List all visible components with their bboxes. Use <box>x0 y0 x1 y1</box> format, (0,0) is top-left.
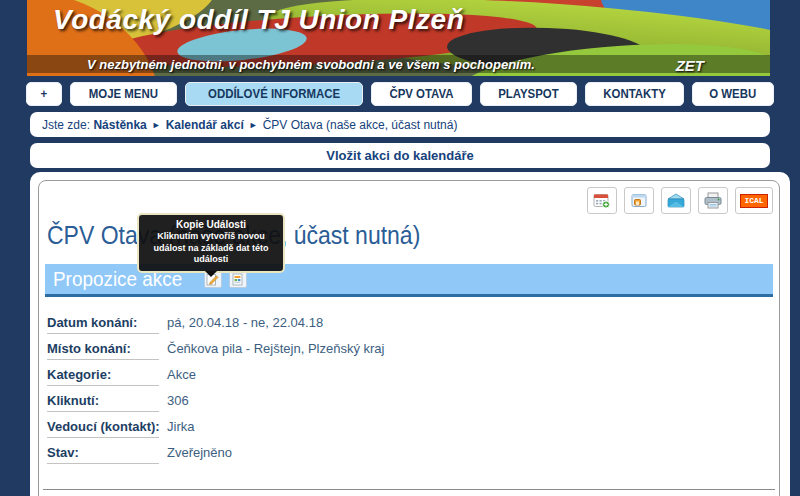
copy-event-tooltip: Kopie Události Kliknutím vytvoříš novou … <box>137 213 285 273</box>
nav-item-playspot[interactable]: PLAYSPOT <box>480 82 577 106</box>
field-value: Zveřejněno <box>167 445 232 460</box>
site-title: Vodácký oddíl TJ Union Plzeň <box>53 4 464 36</box>
detail-row-datum-konani: Datum konání: pá, 20.04.18 - ne, 22.04.1… <box>47 315 773 341</box>
breadcrumb: Jste zde: Nástěnka ► Kalendář akcí ► ČPV… <box>30 112 770 137</box>
webpage-icon <box>630 193 648 209</box>
field-label: Kategorie: <box>47 367 167 382</box>
nav-item-label: KONTAKTY <box>603 86 666 102</box>
copy-icon <box>231 273 244 286</box>
field-value: pá, 20.04.18 - ne, 22.04.18 <box>167 315 323 330</box>
field-label: Stav: <box>47 445 167 460</box>
breadcrumb-link-kalendar-akci[interactable]: Kalendář akcí <box>166 118 244 132</box>
email-button[interactable] <box>661 187 691 214</box>
email-icon <box>666 193 686 208</box>
webpage-button[interactable] <box>624 187 654 214</box>
breadcrumb-link-nastenka[interactable]: Nástěnka <box>93 118 146 132</box>
insert-event-label: Vložit akci do kalendáře <box>326 148 473 163</box>
nav-item-label: MOJE MENU <box>89 86 158 102</box>
tooltip-arrow-icon <box>205 271 217 283</box>
breadcrumb-current: ČPV Otava (naše akce, účast nutná) <box>263 118 458 132</box>
card-divider <box>43 489 775 490</box>
breadcrumb-prefix: Jste zde: <box>42 118 90 132</box>
nav-item-kontakty[interactable]: KONTAKTY <box>585 82 684 106</box>
detail-row-kliknuti: Kliknutí: 306 <box>47 393 773 419</box>
main-nav: + MOJE MENU ODDÍLOVÉ INFORMACE ČPV OTAVA… <box>0 82 800 106</box>
copy-event-button[interactable] <box>229 271 247 288</box>
nav-item-o-webu[interactable]: O WEBU <box>692 82 773 106</box>
field-value: Čeňkova pila - Rejštejn, Plzeňský kraj <box>167 341 384 356</box>
field-label: Datum konání: <box>47 315 167 330</box>
detail-row-stav: Stav: Zveřejněno <box>47 445 773 471</box>
event-details-list: Datum konání: pá, 20.04.18 - ne, 22.04.1… <box>47 315 773 471</box>
nav-item-label: ČPV OTAVA <box>389 86 453 102</box>
tooltip-title: Kopie Události <box>143 219 279 230</box>
field-label: Kliknutí: <box>47 393 167 408</box>
tooltip-body: Kliknutím vytvoříš novou událost na zákl… <box>143 231 279 266</box>
ical-icon: ICAL <box>740 194 767 208</box>
print-button[interactable] <box>698 187 728 214</box>
field-value: Akce <box>167 367 196 382</box>
nav-item-moje-menu[interactable]: MOJE MENU <box>70 82 177 106</box>
breadcrumb-separator-icon: ► <box>152 120 161 130</box>
breadcrumb-separator-icon: ► <box>249 120 258 130</box>
tagline-strip: V nezbytném jednotni, v pochybném svobod… <box>27 55 770 73</box>
print-icon <box>703 192 723 209</box>
nav-item-label: + <box>41 86 48 102</box>
event-card: ICAL ČPV Otava (naše akce, účast nutná) … <box>38 180 780 496</box>
header-banner: Vodácký oddíl TJ Union Plzeň V nezbytném… <box>27 0 770 76</box>
nav-item-label: ODDÍLOVÉ INFORMACE <box>208 86 340 102</box>
insert-event-button[interactable]: Vložit akci do kalendáře <box>30 143 770 168</box>
field-value: Jirka <box>167 419 194 434</box>
field-value: 306 <box>167 393 189 408</box>
field-label: Vedoucí (kontakt): <box>47 419 167 434</box>
nav-item-oddilove-informace[interactable]: ODDÍLOVÉ INFORMACE <box>185 82 363 106</box>
ical-button[interactable]: ICAL <box>735 187 773 214</box>
site-tagline: V nezbytném jednotni, v pochybném svobod… <box>87 57 535 72</box>
detail-row-kategorie: Kategorie: Akce <box>47 367 773 393</box>
detail-row-vedouci: Vedoucí (kontakt): Jirka <box>47 419 773 445</box>
nav-item-label: PLAYSPOT <box>498 86 559 102</box>
detail-row-misto-konani: Místo konání: Čeňkova pila - Rejštejn, P… <box>47 341 773 367</box>
field-label: Místo konání: <box>47 341 167 356</box>
kayak-brand-logo: ZET <box>676 57 704 74</box>
nav-item-plus[interactable]: + <box>26 82 62 106</box>
event-toolbar: ICAL <box>587 187 773 214</box>
nav-item-cpv-otava[interactable]: ČPV OTAVA <box>371 82 472 106</box>
main-content: ICAL ČPV Otava (naše akce, účast nutná) … <box>30 172 790 496</box>
add-to-calendar-button[interactable] <box>587 187 617 214</box>
add-to-calendar-icon <box>593 192 611 209</box>
nav-item-label: O WEBU <box>709 86 756 102</box>
